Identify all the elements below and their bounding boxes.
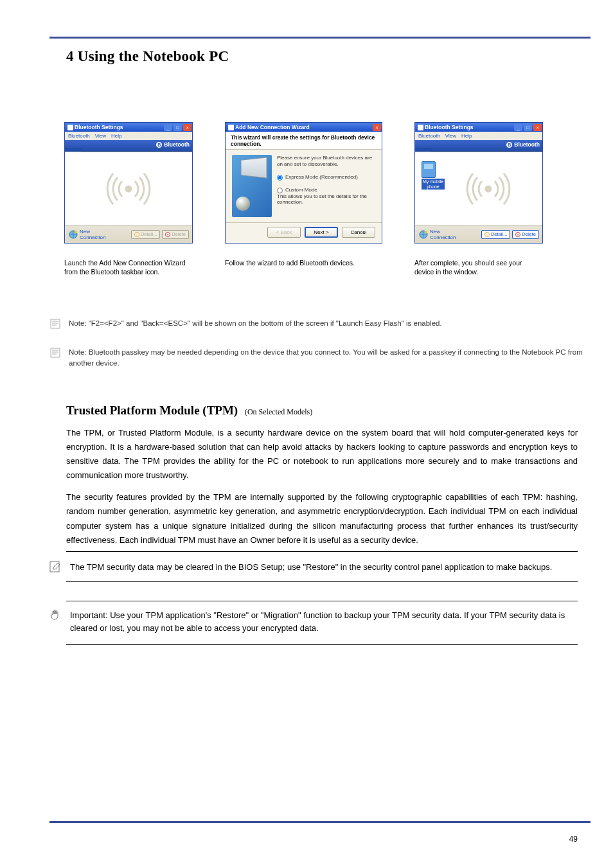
svg-point-0 bbox=[126, 186, 131, 191]
wizard-headline: This wizard will create the settings for… bbox=[231, 134, 377, 147]
radio-input[interactable] bbox=[277, 175, 283, 181]
section-heading: 4 Using the Notebook PC bbox=[66, 48, 229, 65]
screenshot-add-connection-wizard: Add New Connection Wizard × This wizard … bbox=[225, 122, 382, 244]
brand-banner: BBluetooth bbox=[415, 140, 542, 152]
note-icon bbox=[49, 318, 61, 330]
radio-input[interactable] bbox=[277, 188, 283, 193]
phone-icon bbox=[422, 161, 436, 178]
maximize-icon[interactable]: □ bbox=[524, 124, 532, 131]
window-title: Bluetooth Settings bbox=[75, 124, 163, 130]
svg-rect-6 bbox=[51, 319, 60, 328]
titlebar: Bluetooth Settings _ □ × bbox=[65, 123, 192, 132]
delete-button: ×Delete bbox=[162, 230, 189, 239]
detail-button: iDetail... bbox=[131, 230, 160, 239]
models-label: (On Selected Models) bbox=[245, 407, 312, 416]
tpm-heading: Trusted Platform Module (TPM) (On Select… bbox=[66, 403, 312, 418]
new-connection-button[interactable]: New Connection bbox=[68, 229, 105, 240]
globe-wizard-icon bbox=[418, 229, 429, 240]
new-connection-button[interactable]: New Connection bbox=[418, 229, 456, 240]
tpm-paragraph-2: The security features provided by the TP… bbox=[66, 490, 578, 547]
custom-mode-radio[interactable]: Custom Mode bbox=[277, 187, 375, 193]
wizard-header: This wizard will create the settings for… bbox=[226, 132, 382, 150]
globe-wizard-icon bbox=[68, 229, 78, 240]
paired-device-icon[interactable]: My mobile phone bbox=[422, 161, 445, 190]
app-icon bbox=[67, 125, 73, 130]
new-connection-label: New Connection bbox=[80, 229, 105, 240]
device-canvas: My mobile phone bbox=[415, 152, 542, 226]
wizard-illustration bbox=[232, 155, 272, 217]
menu-bluetooth[interactable]: Bluetooth bbox=[418, 133, 440, 139]
custom-mode-sublabel: This allows you to set the details for t… bbox=[277, 193, 375, 205]
svg-point-3 bbox=[486, 186, 491, 191]
tip-important: Important: Use your TPM application's "R… bbox=[49, 609, 578, 635]
divider bbox=[66, 644, 578, 645]
info-icon: i bbox=[484, 232, 490, 237]
express-mode-radio[interactable]: Express Mode (Recommended) bbox=[277, 174, 375, 181]
caption-1: Launch the Add New Connection Wizard fro… bbox=[64, 258, 193, 276]
tpm-body: The TPM, or Trusted Platform Module, is … bbox=[66, 426, 578, 555]
minimize-icon[interactable]: _ bbox=[514, 124, 522, 131]
app-icon bbox=[228, 125, 234, 130]
screenshot-bluetooth-settings-empty: Bluetooth Settings _ □ × Bluetooth View … bbox=[64, 122, 193, 244]
delete-button[interactable]: ×Delete bbox=[512, 230, 539, 239]
delete-icon: × bbox=[165, 232, 170, 237]
brand-label: Bluetooth bbox=[164, 141, 190, 148]
note-icon bbox=[49, 347, 61, 359]
back-button: < Back bbox=[267, 227, 301, 238]
bluetooth-icon: B bbox=[506, 142, 512, 148]
menu-bluetooth[interactable]: Bluetooth bbox=[68, 133, 90, 139]
svg-point-5 bbox=[425, 230, 427, 233]
maximize-icon[interactable]: □ bbox=[173, 124, 182, 131]
titlebar: Add New Connection Wizard × bbox=[226, 123, 382, 132]
divider bbox=[66, 601, 578, 601]
footer-rule bbox=[49, 821, 591, 823]
titlebar: Bluetooth Settings _ □ × bbox=[415, 123, 542, 132]
cancel-button[interactable]: Cancel bbox=[342, 227, 375, 238]
screenshot-row: Bluetooth Settings _ □ × Bluetooth View … bbox=[64, 122, 591, 244]
screenshot-bluetooth-settings-paired: Bluetooth Settings _ □ × Bluetooth View … bbox=[414, 122, 543, 244]
menu-view[interactable]: View bbox=[95, 133, 106, 139]
info-icon: i bbox=[134, 232, 139, 237]
detail-button[interactable]: iDetail... bbox=[481, 230, 510, 239]
wizard-hint: Please ensure your Bluetooth devices are… bbox=[277, 155, 375, 168]
new-connection-label: New Connection bbox=[430, 229, 456, 240]
divider bbox=[66, 551, 578, 552]
close-icon[interactable]: × bbox=[373, 124, 381, 131]
wizard-footer: < Back Next > Cancel bbox=[226, 222, 382, 242]
radio-waves-icon bbox=[100, 170, 157, 208]
delete-icon: × bbox=[515, 232, 520, 237]
bottom-toolbar: New Connection iDetail... ×Delete bbox=[415, 226, 542, 243]
note-passkey: Note: Bluetooth passkey may be needed de… bbox=[49, 347, 591, 368]
radio-waves-icon bbox=[459, 170, 517, 208]
app-icon bbox=[418, 125, 423, 130]
note-easy-flash: Note: "F2=<F2>" and "Back=<ESC>" will be… bbox=[49, 318, 591, 330]
brand-banner: BBluetooth bbox=[65, 140, 192, 152]
svg-rect-7 bbox=[51, 348, 60, 357]
menu-help[interactable]: Help bbox=[461, 133, 472, 139]
bluetooth-icon: B bbox=[156, 142, 162, 148]
device-canvas bbox=[65, 152, 192, 226]
close-icon[interactable]: × bbox=[533, 124, 542, 131]
menu-bar: Bluetooth View Help bbox=[415, 132, 542, 140]
window-title: Bluetooth Settings bbox=[425, 124, 513, 130]
hand-stop-icon bbox=[49, 609, 61, 621]
menu-view[interactable]: View bbox=[445, 133, 456, 139]
pencil-note-icon bbox=[49, 561, 61, 572]
tpm-paragraph-1: The TPM, or Trusted Platform Module, is … bbox=[66, 426, 578, 483]
menu-help[interactable]: Help bbox=[111, 133, 121, 139]
page-number: 49 bbox=[569, 835, 578, 844]
brand-label: Bluetooth bbox=[514, 141, 540, 148]
tip-backup: The TPM security data may be cleared in … bbox=[49, 561, 578, 574]
header-rule bbox=[49, 37, 591, 39]
minimize-icon[interactable]: _ bbox=[164, 124, 172, 131]
caption-3: After complete, you should see your devi… bbox=[414, 258, 543, 276]
next-button[interactable]: Next > bbox=[305, 227, 338, 238]
window-title: Add New Connection Wizard bbox=[235, 124, 371, 130]
divider bbox=[66, 581, 578, 582]
menu-bar: Bluetooth View Help bbox=[65, 132, 192, 140]
device-label: My mobile phone bbox=[422, 179, 445, 190]
svg-point-2 bbox=[75, 230, 77, 233]
close-icon[interactable]: × bbox=[183, 124, 191, 131]
caption-2: Follow the wizard to add Bluetooth devic… bbox=[225, 258, 382, 276]
bottom-toolbar: New Connection iDetail... ×Delete bbox=[65, 226, 192, 243]
